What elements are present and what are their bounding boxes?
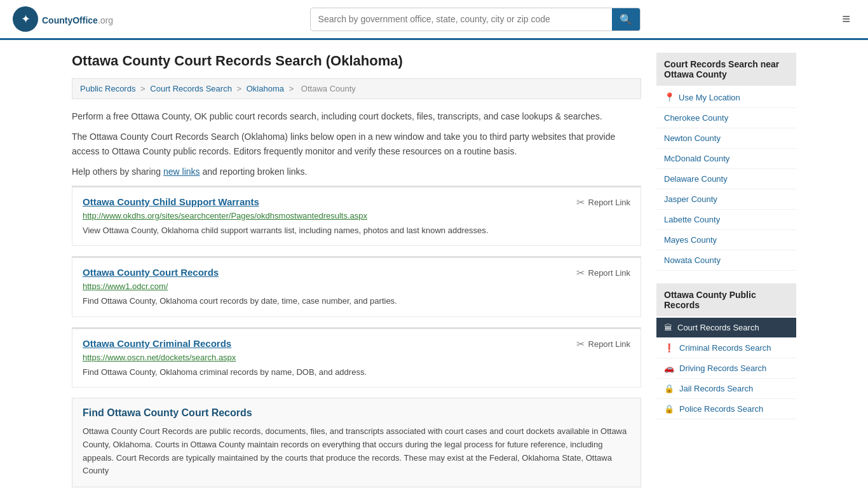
record-card-0: Ottawa County Child Support Warrants ✂ R…	[72, 186, 641, 247]
breadcrumb-public-records[interactable]: Public Records	[80, 84, 135, 93]
search-bar: 🔍	[310, 8, 641, 31]
nearby-county-7[interactable]: Nowata County	[656, 250, 796, 271]
find-section-text: Ottawa County Court Records are public r…	[83, 425, 630, 478]
public-records-item-0[interactable]: 🏛 Court Records Search	[656, 318, 796, 338]
main-container: Ottawa County Court Records Search (Okla…	[59, 40, 809, 488]
nearby-county-link-0[interactable]: Cherokee County	[664, 113, 728, 123]
report-link-1[interactable]: ✂ Report Link	[576, 267, 630, 279]
public-records-header: Ottawa County Public Records	[656, 283, 796, 316]
nearby-county-0[interactable]: Cherokee County	[656, 108, 796, 128]
nearby-county-link-4[interactable]: Jasper County	[664, 194, 717, 204]
public-records-item-1[interactable]: ❗ Criminal Records Search	[656, 338, 796, 358]
record-url-1[interactable]: https://www1.odcr.com/	[83, 281, 630, 291]
nearby-county-1[interactable]: Newton County	[656, 128, 796, 149]
court-records-icon: 🏛	[664, 323, 672, 332]
search-input[interactable]	[311, 9, 612, 29]
breadcrumb-current: Ottawa County	[301, 84, 356, 93]
nearby-section: Court Records Search near Ottawa County …	[656, 53, 796, 271]
report-icon-1: ✂	[576, 267, 585, 279]
nearby-county-3[interactable]: Delaware County	[656, 169, 796, 189]
find-section: Find Ottawa County Court Records Ottawa …	[72, 398, 641, 487]
nearby-county-5[interactable]: Labette County	[656, 210, 796, 230]
record-desc-2: Find Ottawa County, Oklahoma criminal re…	[83, 366, 630, 379]
description-2: The Ottawa County Court Records Search (…	[72, 130, 641, 158]
logo-area: ✦ CountyOffice.org	[13, 6, 113, 32]
public-records-item-4[interactable]: 🔒 Police Records Search	[656, 399, 796, 419]
driving-records-icon: 🚗	[664, 363, 674, 373]
record-url-2[interactable]: https://www.oscn.net/dockets/search.aspx	[83, 353, 630, 362]
nearby-county-6[interactable]: Mayes County	[656, 230, 796, 250]
report-link-2[interactable]: ✂ Report Link	[576, 338, 630, 350]
use-location-button[interactable]: 📍 Use My Location	[656, 87, 796, 108]
nearby-county-link-6[interactable]: Mayes County	[664, 235, 717, 245]
nearby-county-link-1[interactable]: Newton County	[664, 133, 721, 143]
public-records-item-3[interactable]: 🔒 Jail Records Search	[656, 379, 796, 399]
find-section-title: Find Ottawa County Court Records	[83, 407, 630, 419]
police-records-icon: 🔒	[664, 404, 674, 414]
nearby-county-link-3[interactable]: Delaware County	[664, 174, 728, 184]
nearby-county-link-5[interactable]: Labette County	[664, 215, 720, 224]
breadcrumb-court-records[interactable]: Court Records Search	[150, 84, 232, 93]
search-button[interactable]: 🔍	[612, 8, 640, 30]
logo-text: CountyOffice.org	[42, 12, 113, 27]
nearby-county-link-2[interactable]: McDonald County	[664, 154, 729, 163]
nearby-county-link-7[interactable]: Nowata County	[664, 255, 721, 265]
report-link-0[interactable]: ✂ Report Link	[576, 196, 630, 208]
record-title-0[interactable]: Ottawa County Child Support Warrants	[83, 196, 259, 207]
page-title: Ottawa County Court Records Search (Okla…	[72, 53, 641, 69]
description-3: Help others by sharing new links and rep…	[72, 165, 641, 179]
report-icon-0: ✂	[576, 196, 585, 208]
public-records-item-2[interactable]: 🚗 Driving Records Search	[656, 358, 796, 379]
record-card-2: Ottawa County Criminal Records ✂ Report …	[72, 327, 641, 388]
record-title-2[interactable]: Ottawa County Criminal Records	[83, 338, 231, 349]
record-desc-0: View Ottawa County, Oklahoma child suppo…	[83, 224, 630, 237]
sidebar: Court Records Search near Ottawa County …	[656, 53, 796, 487]
public-records-link-2[interactable]: Driving Records Search	[679, 363, 766, 373]
content-area: Ottawa County Court Records Search (Okla…	[72, 53, 641, 487]
public-records-link-4[interactable]: Police Records Search	[679, 404, 763, 414]
description-1: Perform a free Ottawa County, OK public …	[72, 109, 641, 123]
nearby-header: Court Records Search near Ottawa County	[656, 53, 796, 86]
header: ✦ CountyOffice.org 🔍 ≡	[0, 0, 868, 40]
public-records-section: Ottawa County Public Records 🏛 Court Rec…	[656, 283, 796, 419]
logo-icon: ✦	[13, 6, 38, 32]
record-title-1[interactable]: Ottawa County Court Records	[83, 267, 219, 278]
location-pin-icon: 📍	[664, 92, 675, 102]
public-records-link-1[interactable]: Criminal Records Search	[679, 343, 771, 353]
breadcrumb: Public Records > Court Records Search > …	[72, 78, 641, 99]
report-icon-2: ✂	[576, 338, 585, 350]
record-url-0[interactable]: http://www.okdhs.org/sites/searchcenter/…	[83, 211, 630, 220]
jail-records-icon: 🔒	[664, 384, 674, 393]
nearby-county-2[interactable]: McDonald County	[656, 149, 796, 169]
record-desc-1: Find Ottawa County, Oklahoma court recor…	[83, 295, 630, 308]
record-card-1: Ottawa County Court Records ✂ Report Lin…	[72, 256, 641, 317]
new-links-link[interactable]: new links	[163, 166, 200, 177]
hamburger-menu[interactable]: ≡	[837, 8, 855, 30]
public-records-link-0[interactable]: Court Records Search	[677, 323, 759, 332]
nearby-county-4[interactable]: Jasper County	[656, 189, 796, 210]
public-records-link-3[interactable]: Jail Records Search	[679, 384, 753, 393]
breadcrumb-oklahoma[interactable]: Oklahoma	[247, 84, 284, 93]
criminal-records-icon: ❗	[664, 343, 674, 353]
